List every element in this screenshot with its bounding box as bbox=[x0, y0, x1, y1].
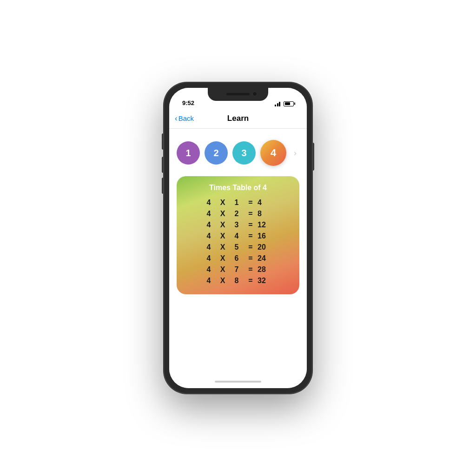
table-row: 4 X 3 = 12 bbox=[186, 221, 290, 229]
home-indicator bbox=[169, 375, 307, 388]
table-rows: 4 X 1 = 4 4 X 2 = 8 bbox=[186, 198, 290, 285]
notch-speaker bbox=[226, 93, 250, 95]
back-button[interactable]: ‹ Back bbox=[175, 114, 194, 122]
card-title: Times Table of 4 bbox=[186, 184, 290, 192]
times-table-card: Times Table of 4 4 X 1 = 4 4 X 2 bbox=[177, 176, 299, 294]
more-circles-indicator: › bbox=[291, 141, 299, 165]
content: 1 2 3 4 › Times Table of 4 bbox=[169, 129, 307, 375]
table-row: 4 X 7 = 28 bbox=[186, 265, 290, 274]
phone-shell: 9:52 ‹ Back Learn bbox=[164, 82, 312, 394]
status-bar: 9:52 bbox=[169, 88, 307, 108]
number-circle-4[interactable]: 4 bbox=[260, 140, 286, 166]
circles-row: 1 2 3 4 › bbox=[169, 136, 307, 170]
number-circle-3[interactable]: 3 bbox=[232, 141, 256, 165]
back-label: Back bbox=[178, 114, 194, 122]
table-row: 4 X 2 = 8 bbox=[186, 210, 290, 218]
battery-icon bbox=[284, 101, 294, 106]
table-row: 4 X 5 = 20 bbox=[186, 243, 290, 251]
table-row: 4 X 8 = 32 bbox=[186, 277, 290, 285]
notch-camera bbox=[252, 92, 257, 96]
wifi-icon bbox=[274, 101, 281, 106]
table-row: 4 X 4 = 16 bbox=[186, 232, 290, 240]
phone-screen: 9:52 ‹ Back Learn bbox=[169, 88, 307, 388]
back-chevron-icon: ‹ bbox=[175, 114, 178, 122]
battery-fill bbox=[285, 102, 291, 105]
nav-bar: ‹ Back Learn bbox=[169, 108, 307, 129]
notch bbox=[208, 88, 268, 101]
number-circle-1[interactable]: 1 bbox=[177, 141, 200, 165]
table-row: 4 X 1 = 4 bbox=[186, 198, 290, 207]
nav-title: Learn bbox=[227, 114, 249, 123]
number-circle-2[interactable]: 2 bbox=[205, 141, 228, 165]
home-bar bbox=[215, 381, 261, 383]
status-icons bbox=[274, 101, 294, 106]
status-time: 9:52 bbox=[182, 99, 194, 106]
table-row: 4 X 6 = 24 bbox=[186, 254, 290, 263]
scene: 9:52 ‹ Back Learn bbox=[0, 0, 476, 476]
